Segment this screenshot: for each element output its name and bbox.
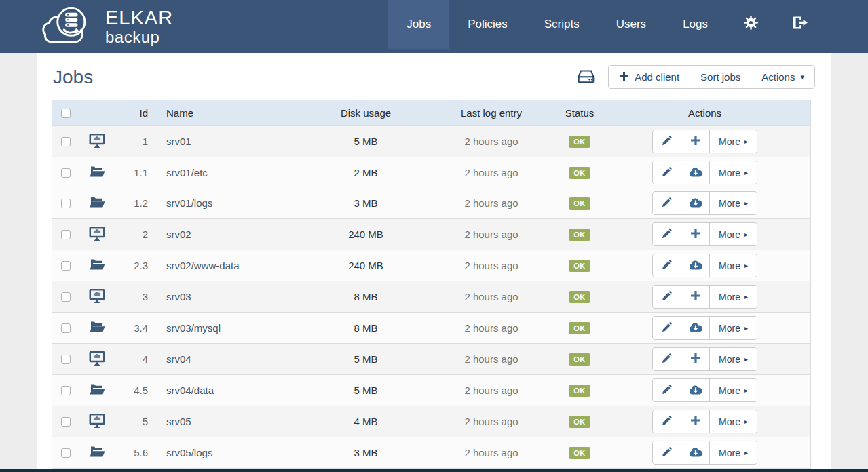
more-button[interactable]: More ▸ <box>710 410 757 433</box>
row-name-link[interactable]: srv03/mysql <box>155 322 291 334</box>
logout-button[interactable] <box>776 0 826 49</box>
row-checkbox[interactable] <box>61 323 71 333</box>
add-client-button[interactable]: Add client <box>609 66 690 88</box>
row-last-log: 2 hours ago <box>440 447 542 458</box>
restore-button[interactable] <box>681 192 710 214</box>
add-job-button[interactable] <box>681 410 710 433</box>
status-badge: OK <box>569 197 590 210</box>
row-name-link[interactable]: srv05 <box>155 416 291 427</box>
row-id: 2 <box>115 229 155 240</box>
hard-drive-icon[interactable] <box>577 69 595 85</box>
status-badge: OK <box>569 291 590 303</box>
row-checkbox[interactable] <box>61 448 71 458</box>
computer-cloud-icon <box>88 226 106 243</box>
table-row-client: 2 srv02 240 MB 2 hours ago OK <box>52 219 810 250</box>
add-job-button[interactable] <box>681 348 710 370</box>
plus-icon <box>619 71 629 83</box>
row-actions-group: More ▸ <box>652 191 757 215</box>
more-button[interactable]: More ▸ <box>710 130 757 153</box>
row-checkbox[interactable] <box>61 168 71 178</box>
status-badge: OK <box>569 385 590 397</box>
chevron-right-icon: ▸ <box>744 293 748 300</box>
row-disk-usage: 240 MB <box>291 260 440 271</box>
row-name-link[interactable]: srv05/logs <box>155 447 291 458</box>
add-job-button[interactable] <box>681 286 710 308</box>
restore-button[interactable] <box>681 254 710 277</box>
more-button[interactable]: More ▸ <box>710 348 757 370</box>
row-last-log: 2 hours ago <box>440 416 542 427</box>
settings-button[interactable] <box>726 0 776 49</box>
more-button[interactable]: More ▸ <box>710 254 757 277</box>
edit-button[interactable] <box>653 192 681 214</box>
row-checkbox[interactable] <box>61 355 71 364</box>
edit-button[interactable] <box>653 441 681 464</box>
elkarbackup-logo[interactable]: ELKAR backup <box>39 0 173 53</box>
pencil-icon <box>662 167 672 179</box>
more-button[interactable]: More ▸ <box>710 286 757 308</box>
row-name-link[interactable]: srv04/data <box>155 385 291 396</box>
row-name-link[interactable]: srv02 <box>155 229 291 240</box>
row-id: 5.6 <box>115 447 155 458</box>
row-disk-usage: 8 MB <box>291 322 440 334</box>
row-checkbox[interactable] <box>61 230 71 239</box>
row-name-link[interactable]: srv02/www-data <box>155 260 291 271</box>
header-name: Name <box>155 107 291 119</box>
header-last-log-entry: Last log entry <box>440 107 542 119</box>
status-badge: OK <box>569 229 590 241</box>
restore-button[interactable] <box>681 441 710 464</box>
more-button[interactable]: More ▸ <box>710 223 757 245</box>
edit-button[interactable] <box>653 130 681 153</box>
edit-button[interactable] <box>653 286 681 308</box>
pencil-icon <box>662 136 672 148</box>
chevron-right-icon: ▸ <box>744 324 748 332</box>
actions-dropdown-button[interactable]: Actions ▾ <box>751 66 814 88</box>
restore-button[interactable] <box>681 379 710 401</box>
select-all-checkbox[interactable] <box>61 109 71 118</box>
row-name-link[interactable]: srv04 <box>155 353 291 365</box>
restore-button[interactable] <box>681 161 710 184</box>
edit-button[interactable] <box>653 161 681 184</box>
open-folder-icon <box>89 445 105 460</box>
row-checkbox[interactable] <box>61 199 71 208</box>
nav-item-scripts[interactable]: Scripts <box>526 0 598 49</box>
more-button[interactable]: More ▸ <box>710 317 757 339</box>
row-name-link[interactable]: srv01/etc <box>155 167 291 178</box>
row-checkbox[interactable] <box>61 261 71 271</box>
pencil-icon <box>662 353 672 366</box>
edit-button[interactable] <box>653 254 681 277</box>
status-badge: OK <box>569 447 590 459</box>
toolbar: Add client Sort jobs Actions ▾ <box>577 65 815 89</box>
computer-cloud-icon <box>88 413 106 431</box>
row-name-link[interactable]: srv03 <box>155 291 291 302</box>
add-job-button[interactable] <box>681 130 710 153</box>
row-checkbox[interactable] <box>61 386 71 395</box>
nav-item-jobs[interactable]: Jobs <box>388 0 449 49</box>
edit-button[interactable] <box>653 348 681 370</box>
more-button[interactable]: More ▸ <box>710 192 757 214</box>
row-name-link[interactable]: srv01 <box>155 136 291 147</box>
row-group-job: 1.1 srv01/etc 2 MB 2 hours ago OK <box>52 157 811 219</box>
more-button[interactable]: More ▸ <box>710 161 757 184</box>
more-button[interactable]: More ▸ <box>710 441 757 464</box>
edit-button[interactable] <box>653 379 681 401</box>
edit-button[interactable] <box>653 317 681 339</box>
nav-item-policies-label: Policies <box>468 18 508 31</box>
nav-item-logs[interactable]: Logs <box>664 0 726 49</box>
sort-jobs-button[interactable]: Sort jobs <box>690 66 751 88</box>
cloud-download-icon <box>689 322 702 334</box>
row-checkbox[interactable] <box>61 417 71 427</box>
chevron-right-icon: ▸ <box>744 199 748 207</box>
edit-button[interactable] <box>653 410 681 433</box>
nav-item-users[interactable]: Users <box>598 0 664 49</box>
nav-item-policies[interactable]: Policies <box>449 0 526 49</box>
row-checkbox[interactable] <box>61 137 71 146</box>
more-button[interactable]: More ▸ <box>710 379 757 401</box>
row-actions-group: More ▸ <box>652 316 757 340</box>
row-id: 3 <box>115 291 155 302</box>
add-job-button[interactable] <box>681 223 710 245</box>
row-name-link[interactable]: srv01/logs <box>155 197 291 209</box>
edit-button[interactable] <box>653 223 681 245</box>
nav-item-users-label: Users <box>616 18 646 31</box>
row-checkbox[interactable] <box>61 292 71 302</box>
restore-button[interactable] <box>681 317 710 339</box>
